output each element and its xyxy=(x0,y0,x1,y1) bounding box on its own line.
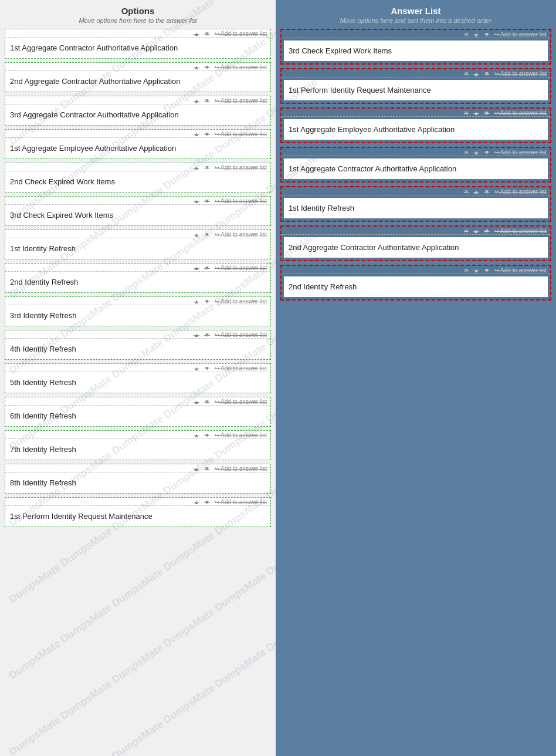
option-item: ▲ ▼ ↪ Add to answer list 2nd Aggregate C… xyxy=(5,62,271,92)
answer-item-toolbar: ✕ ▲ ▼ ↪ Add to answer list xyxy=(282,30,550,38)
answer-item: ✕ ▲ ▼ ↪ Add to answer list 2nd Identity … xyxy=(280,265,551,301)
answer-item-toolbar: ✕ ▲ ▼ ↪ Add to answer list xyxy=(282,187,550,195)
down-icon[interactable]: ▼ xyxy=(203,332,211,338)
up-icon[interactable]: ▲ xyxy=(192,432,201,438)
add-to-answer-btn[interactable]: ↪ Add to answer list xyxy=(493,149,548,156)
down-icon[interactable]: ▼ xyxy=(203,198,211,204)
down-icon[interactable]: ▼ xyxy=(203,465,211,472)
add-to-answer-btn[interactable]: ↪ Add to answer list xyxy=(213,31,268,37)
up-icon[interactable]: ▲ xyxy=(192,97,201,104)
up-icon[interactable]: ▲ xyxy=(192,64,201,70)
add-to-answer-btn[interactable]: ↪ Add to answer list xyxy=(213,164,268,171)
remove-icon[interactable]: ✕ xyxy=(463,267,470,274)
answer-title: Answer List xyxy=(280,6,551,16)
answer-item-label: 1st Aggregate Employee Authoritative App… xyxy=(284,119,548,140)
add-to-answer-btn[interactable]: ↪ Add to answer list xyxy=(213,64,268,70)
down-icon[interactable]: ▼ xyxy=(203,231,211,238)
down-icon[interactable]: ▼ xyxy=(483,149,491,156)
answer-item: ✕ ▲ ▼ ↪ Add to answer list 2nd Aggregate… xyxy=(280,225,551,261)
option-item: ▲ ▼ ↪ Add to answer list 3rd Aggregate C… xyxy=(5,96,271,126)
down-icon[interactable]: ▼ xyxy=(483,188,491,195)
down-icon[interactable]: ▼ xyxy=(203,432,211,438)
add-to-answer-btn[interactable]: ↪ Add to answer list xyxy=(213,198,268,204)
up-icon[interactable]: ▲ xyxy=(472,31,480,38)
add-to-answer-btn[interactable]: ↪ Add to answer list xyxy=(213,399,268,405)
option-item: ▲ ▼ ↪ Add to answer list 2nd Identity Re… xyxy=(5,263,271,293)
add-to-answer-btn[interactable]: ↪ Add to answer list xyxy=(213,131,268,137)
add-to-answer-btn[interactable]: ↪ Add to answer list xyxy=(493,228,548,234)
up-icon[interactable]: ▲ xyxy=(192,365,201,372)
up-icon[interactable]: ▲ xyxy=(192,499,201,505)
down-icon[interactable]: ▼ xyxy=(203,298,211,305)
down-icon[interactable]: ▼ xyxy=(203,365,211,372)
add-to-answer-btn[interactable]: ↪ Add to answer list xyxy=(493,267,548,274)
option-item: ▲ ▼ ↪ Add to answer list 1st Aggregate E… xyxy=(5,129,271,159)
up-icon[interactable]: ▲ xyxy=(192,198,201,204)
down-icon[interactable]: ▼ xyxy=(483,70,491,77)
add-to-answer-btn[interactable]: ↪ Add to answer list xyxy=(493,70,548,77)
option-item: ▲ ▼ ↪ Add to answer list 3rd Identity Re… xyxy=(5,296,271,326)
answer-item-toolbar: ✕ ▲ ▼ ↪ Add to answer list xyxy=(282,227,550,235)
remove-icon[interactable]: ✕ xyxy=(463,188,470,195)
option-item-toolbar: ▲ ▼ ↪ Add to answer list xyxy=(5,264,270,272)
option-item: ▲ ▼ ↪ Add to answer list 3rd Check Expir… xyxy=(5,196,271,226)
down-icon[interactable]: ▼ xyxy=(203,164,211,171)
option-item: ▲ ▼ ↪ Add to answer list 1st Identity Re… xyxy=(5,230,271,259)
add-to-answer-btn[interactable]: ↪ Add to answer list xyxy=(213,97,268,104)
up-icon[interactable]: ▲ xyxy=(472,188,480,195)
answer-subtitle: Move options here and sort them into a d… xyxy=(280,17,551,24)
option-item-toolbar: ▲ ▼ ↪ Add to answer list xyxy=(5,464,270,473)
down-icon[interactable]: ▼ xyxy=(483,110,491,116)
add-to-answer-btn[interactable]: ↪ Add to answer list xyxy=(213,499,268,505)
up-icon[interactable]: ▲ xyxy=(472,228,480,234)
add-to-answer-btn[interactable]: ↪ Add to answer list xyxy=(213,365,268,372)
remove-icon[interactable]: ✕ xyxy=(463,149,470,156)
up-icon[interactable]: ▲ xyxy=(192,231,201,238)
down-icon[interactable]: ▼ xyxy=(203,31,211,37)
up-icon[interactable]: ▲ xyxy=(472,267,480,274)
up-icon[interactable]: ▲ xyxy=(192,399,201,405)
option-item-label: 2nd Aggregate Contractor Authoritative A… xyxy=(5,71,270,92)
remove-icon[interactable]: ✕ xyxy=(463,31,470,38)
up-icon[interactable]: ▲ xyxy=(192,265,201,271)
down-icon[interactable]: ▼ xyxy=(483,31,491,38)
up-icon[interactable]: ▲ xyxy=(472,110,480,116)
add-to-answer-btn[interactable]: ↪ Add to answer list xyxy=(213,231,268,238)
option-item-label: 5th Identity Refresh xyxy=(5,372,270,393)
down-icon[interactable]: ▼ xyxy=(203,64,211,70)
down-icon[interactable]: ▼ xyxy=(483,267,491,274)
up-icon[interactable]: ▲ xyxy=(192,332,201,338)
remove-icon[interactable]: ✕ xyxy=(463,228,470,234)
add-to-answer-btn[interactable]: ↪ Add to answer list xyxy=(213,465,268,472)
remove-icon[interactable]: ✕ xyxy=(463,70,470,77)
option-item-label: 6th Identity Refresh xyxy=(5,406,270,426)
option-item: ▲ ▼ ↪ Add to answer list 2nd Check Expir… xyxy=(5,163,271,193)
up-icon[interactable]: ▲ xyxy=(192,164,201,171)
down-icon[interactable]: ▼ xyxy=(203,399,211,405)
up-icon[interactable]: ▲ xyxy=(472,149,480,156)
up-icon[interactable]: ▲ xyxy=(472,70,480,77)
option-item: ▲ ▼ ↪ Add to answer list 1st Aggregate C… xyxy=(5,29,271,59)
add-to-answer-btn[interactable]: ↪ Add to answer list xyxy=(493,188,548,195)
option-item-label: 2nd Identity Refresh xyxy=(5,272,270,292)
add-to-answer-btn[interactable]: ↪ Add to answer list xyxy=(213,265,268,271)
remove-icon[interactable]: ✕ xyxy=(463,110,470,116)
option-item-toolbar: ▲ ▼ ↪ Add to answer list xyxy=(5,330,270,339)
up-icon[interactable]: ▲ xyxy=(192,131,201,137)
option-item-toolbar: ▲ ▼ ↪ Add to answer list xyxy=(5,163,270,171)
down-icon[interactable]: ▼ xyxy=(203,131,211,137)
add-to-answer-btn[interactable]: ↪ Add to answer list xyxy=(213,432,268,438)
add-to-answer-btn[interactable]: ↪ Add to answer list xyxy=(213,298,268,305)
up-icon[interactable]: ▲ xyxy=(192,298,201,305)
option-item-label: 1st Perform Identity Request Maintenance xyxy=(5,506,270,526)
add-to-answer-btn[interactable]: ↪ Add to answer list xyxy=(493,31,548,38)
down-icon[interactable]: ▼ xyxy=(203,97,211,104)
add-to-answer-btn[interactable]: ↪ Add to answer list xyxy=(213,332,268,338)
add-to-answer-btn[interactable]: ↪ Add to answer list xyxy=(493,110,548,116)
down-icon[interactable]: ▼ xyxy=(483,228,491,234)
up-icon[interactable]: ▲ xyxy=(192,465,201,472)
up-icon[interactable]: ▲ xyxy=(192,31,201,37)
down-icon[interactable]: ▼ xyxy=(203,265,211,271)
option-item: ▲ ▼ ↪ Add to answer list 8th Identity Re… xyxy=(5,464,271,494)
down-icon[interactable]: ▼ xyxy=(203,499,211,505)
